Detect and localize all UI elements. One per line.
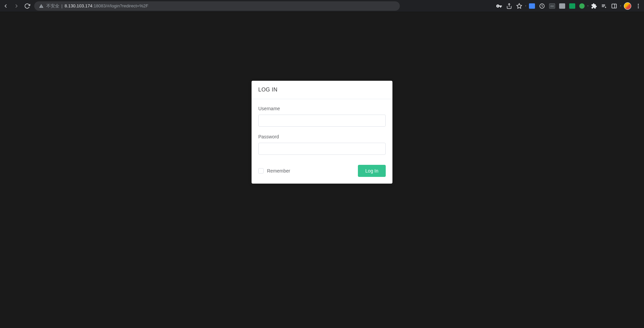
password-label: Password [258,134,386,139]
extension-icon-4[interactable] [559,3,565,9]
separator-dot: • [525,4,526,8]
svg-point-5 [638,4,639,5]
svg-point-6 [638,5,639,6]
forward-button[interactable] [13,3,19,9]
extension-icon-1[interactable] [529,3,535,9]
nav-buttons [3,3,30,9]
browser-chrome: 不安全 | 8.130.103.174:18083/#/login?redire… [0,0,644,12]
extension-icon-6[interactable] [579,3,585,9]
playlist-icon[interactable] [601,3,607,9]
share-icon[interactable] [506,3,512,9]
card-title: LOG IN [258,87,386,93]
extension-icon-3[interactable]: oo [549,3,555,9]
url-separator: | [61,3,62,8]
form-footer: Remember Log In [258,165,386,177]
url-path: :18083/#/login?redirect=%2F [93,3,149,8]
username-input[interactable] [258,115,386,127]
extension-icon-5[interactable] [569,3,575,9]
menu-icon[interactable] [635,3,641,9]
url-host: 8.130.103.174 [64,3,92,8]
panel-icon[interactable] [611,3,617,9]
password-input[interactable] [258,143,386,155]
svg-rect-3 [612,4,617,8]
toolbar-right: • oo • • [496,2,641,10]
extensions-puzzle-icon[interactable] [591,3,597,9]
back-button[interactable] [3,3,9,9]
insecure-warning-icon [39,4,44,8]
insecure-label: 不安全 [46,3,59,9]
checkbox-box-icon [258,168,264,174]
remember-label: Remember [267,168,290,174]
password-group: Password [258,134,386,155]
login-button[interactable]: Log In [358,165,386,177]
profile-avatar[interactable] [624,2,631,10]
username-group: Username [258,106,386,127]
address-bar[interactable]: 不安全 | 8.130.103.174:18083/#/login?redire… [34,1,400,11]
extension-icon-2[interactable] [539,3,545,9]
key-icon[interactable] [496,3,502,9]
username-label: Username [258,106,386,111]
page-content: LOG IN Username Password Remember Log In [0,12,644,328]
reload-button[interactable] [24,3,30,9]
separator-dot-3: • [620,4,621,8]
card-header: LOG IN [252,81,392,99]
card-body: Username Password Remember Log In [252,99,392,184]
svg-point-7 [638,7,639,8]
login-card: LOG IN Username Password Remember Log In [252,81,392,184]
star-icon[interactable] [516,3,522,9]
separator-dot-2: • [587,4,589,8]
remember-checkbox[interactable]: Remember [258,168,290,174]
svg-marker-1 [517,3,522,8]
url-text: 8.130.103.174:18083/#/login?redirect=%2F [64,3,148,8]
